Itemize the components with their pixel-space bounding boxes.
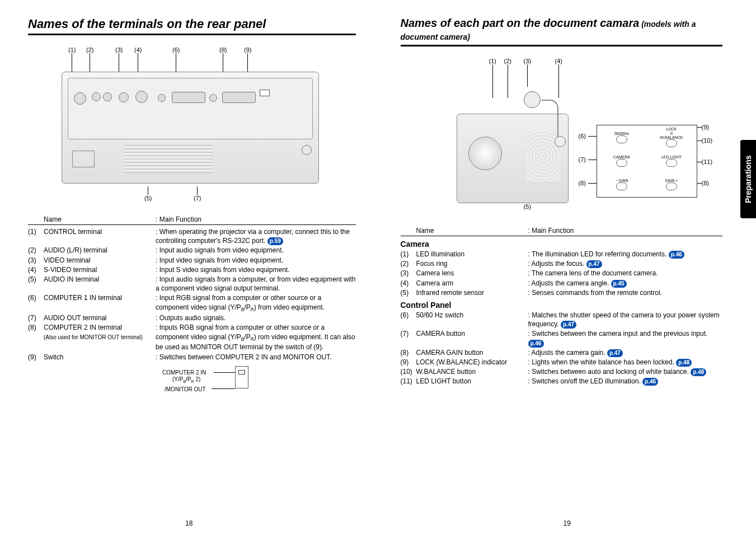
panel-callout-8l: (8) bbox=[579, 180, 586, 186]
table-row: (4)Camera arm: Adjusts the camera angle.… bbox=[401, 279, 723, 288]
cam-callout-5: (5) bbox=[524, 203, 531, 210]
page-ref[interactable]: p.48 bbox=[691, 368, 706, 376]
callout-3: (3) bbox=[115, 46, 123, 53]
table-row: (5)Infrared remote sensor: Senses comman… bbox=[401, 288, 723, 297]
section-camera-heading: Camera bbox=[401, 240, 723, 249]
switch-detail-diagram: COMPUTER 2 IN (Y/PB/PR 2) /MONITOR OUT bbox=[140, 366, 356, 400]
table-row: (3)Camera lens: The camera lens of the d… bbox=[401, 269, 723, 278]
page-title-right: Names of each part on the document camar… bbox=[401, 17, 723, 46]
page-ref[interactable]: p.48 bbox=[676, 359, 692, 367]
table-header-left: Name : Main Function bbox=[28, 214, 356, 225]
cam-callout-2: (2) bbox=[504, 58, 511, 64]
page-ref[interactable]: p.46 bbox=[528, 340, 544, 348]
callout-8: (8) bbox=[219, 46, 227, 53]
table-row: (8)CAMERA GAIN button: Adjusts the camer… bbox=[401, 348, 723, 357]
table-row: (3)VIDEO terminal: Input video signals f… bbox=[28, 256, 356, 265]
cam-callout-4: (4) bbox=[555, 58, 562, 64]
page-ref[interactable]: p.47 bbox=[607, 349, 623, 357]
table-row: (9)Switch: Switches between COMPUTER 2 I… bbox=[28, 353, 356, 362]
table-row: (2)AUDIO (L/R) terminal: Input audio sig… bbox=[28, 246, 356, 255]
page-ref[interactable]: p.45 bbox=[611, 280, 627, 288]
table-row: (6)50/60 Hz switch: Matches the shutter … bbox=[401, 311, 723, 329]
document-camera-diagram: (1) (2) (3) (4) (5) 50/60Hz LOCK⊙W.BALAN… bbox=[401, 58, 723, 214]
callout-5: (5) bbox=[144, 195, 152, 202]
table-row: (6)COMPUTER 1 IN terminal: Input RGB sig… bbox=[28, 293, 356, 313]
page-ref[interactable]: p.46 bbox=[642, 378, 658, 386]
callout-9: (9) bbox=[244, 46, 251, 53]
callout-1: (1) bbox=[68, 46, 76, 53]
rear-panel-diagram: (1) (2) (3) (4) (6) (8) (9) bbox=[28, 46, 356, 203]
table-row: (8)COMPUTER 2 IN terminal(Also used for … bbox=[28, 323, 356, 352]
table-row: (11)LED LIGHT button: Switches on/off th… bbox=[401, 377, 723, 386]
cam-callout-1: (1) bbox=[489, 58, 496, 64]
panel-callout-9: (9) bbox=[702, 124, 709, 130]
table-row: (4)S-VIDEO terminal: Input S video signa… bbox=[28, 265, 356, 274]
panel-callout-8r: (8) bbox=[702, 180, 709, 186]
page-number-right: 19 bbox=[378, 519, 757, 527]
table-row: (1)CONTROL terminal: When operating the … bbox=[28, 227, 356, 245]
panel-callout-7: (7) bbox=[579, 156, 586, 163]
panel-callout-6: (6) bbox=[579, 133, 586, 139]
section-control-heading: Control Panel bbox=[401, 301, 723, 310]
table-row: (1)LED illumination: The illumination LE… bbox=[401, 250, 723, 259]
page-number-left: 18 bbox=[0, 519, 378, 527]
page-title-left: Names of the terminals on the rear panel bbox=[28, 17, 356, 35]
table-header-right: Name : Main Function bbox=[401, 226, 723, 236]
table-row: (2)Focus ring: Adjusts the focus. p.47 bbox=[401, 259, 723, 268]
callout-7: (7) bbox=[194, 195, 201, 202]
table-row: (7)AUDIO OUT terminal: Outputs audio sig… bbox=[28, 313, 356, 322]
table-row: (7)CAMERA button: Switches between the c… bbox=[401, 329, 723, 347]
table-row: (9)LOCK (W.BALANCE) indicator: Lights wh… bbox=[401, 358, 723, 367]
panel-callout-11: (11) bbox=[702, 158, 713, 165]
cam-callout-3: (3) bbox=[524, 58, 531, 64]
table-row: (10)W.BALANCE button: Switches between a… bbox=[401, 367, 723, 376]
table-row: (5)AUDIO IN terminal: Input audio signal… bbox=[28, 275, 356, 293]
section-tab-preparations[interactable]: Preparations bbox=[740, 140, 756, 218]
callout-4: (4) bbox=[134, 46, 142, 53]
callout-6: (6) bbox=[172, 46, 180, 53]
page-ref[interactable]: p.46 bbox=[669, 251, 684, 259]
panel-callout-10: (10) bbox=[702, 137, 713, 144]
page-ref[interactable]: p.47 bbox=[586, 260, 602, 268]
callout-2: (2) bbox=[86, 46, 93, 53]
page-ref[interactable]: p.59 bbox=[267, 237, 283, 245]
page-ref[interactable]: p.47 bbox=[561, 321, 576, 329]
